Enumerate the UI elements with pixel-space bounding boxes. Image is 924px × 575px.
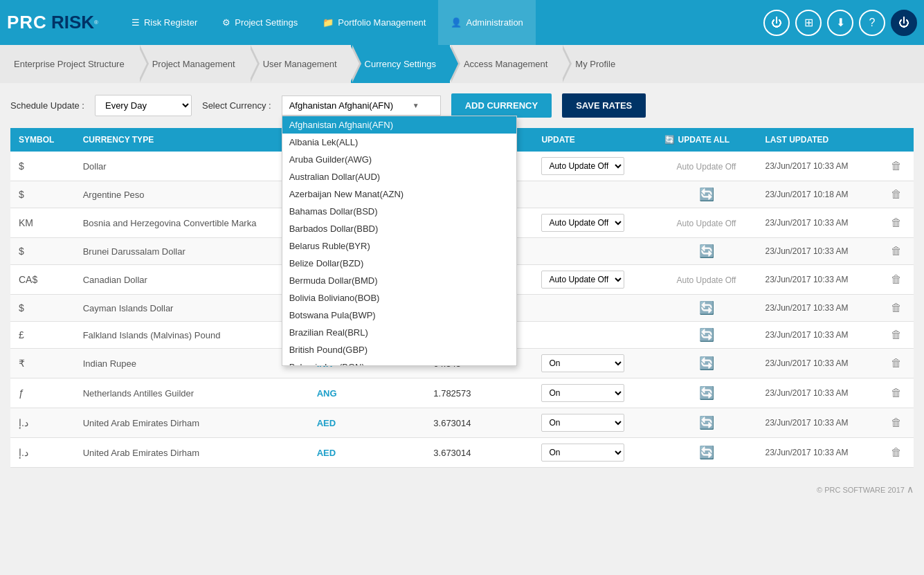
- cell-currency-type: Falkland Islands (Malvinas) Pound: [75, 322, 309, 349]
- cell-delete[interactable]: 🗑: [880, 378, 914, 408]
- currency-option-bsd[interactable]: Bahamas Dollar(BSD): [282, 203, 516, 220]
- cell-last-updated: 23/Jun/2017 10:33 AM: [757, 152, 880, 181]
- currency-option-all[interactable]: Albania Lek(ALL): [282, 134, 516, 151]
- delete-button[interactable]: 🗑: [891, 417, 902, 429]
- delete-button[interactable]: 🗑: [891, 245, 902, 257]
- add-currency-button[interactable]: ADD CURRENCY: [451, 93, 552, 118]
- cell-update[interactable]: [533, 295, 655, 322]
- col-update-all[interactable]: 🔄 UPDATE ALL: [656, 128, 757, 152]
- cell-delete[interactable]: 🗑: [880, 438, 914, 468]
- cell-update[interactable]: OnAuto Update Off: [533, 408, 655, 438]
- cell-delete[interactable]: 🗑: [880, 408, 914, 438]
- currency-option-bgn[interactable]: Bulgaria Lev(BGN): [282, 358, 516, 365]
- help-button[interactable]: ?: [859, 10, 885, 36]
- cell-update-all[interactable]: Auto Update Off: [656, 208, 757, 238]
- currency-option-azn[interactable]: Azerbaijan New Manat(AZN): [282, 185, 516, 203]
- download-button[interactable]: ⬇: [827, 10, 853, 36]
- cell-update[interactable]: [533, 238, 655, 265]
- update-select[interactable]: OnAuto Update Off: [541, 444, 624, 462]
- schedule-select[interactable]: Every Day Every Week Every Month Never: [95, 95, 192, 116]
- delete-button[interactable]: 🗑: [891, 160, 902, 172]
- currency-option-bwp[interactable]: Botswana Pula(BWP): [282, 307, 516, 324]
- currency-option-aud[interactable]: Australian Dollar(AUD): [282, 168, 516, 185]
- cell-update[interactable]: Auto Update OffOn: [533, 265, 655, 295]
- cell-update-all[interactable]: 🔄: [656, 408, 757, 438]
- delete-button[interactable]: 🗑: [891, 217, 902, 229]
- cell-update[interactable]: [533, 181, 655, 208]
- delete-button[interactable]: 🗑: [891, 357, 902, 369]
- nav-project-settings[interactable]: ⚙ Project Settings: [210, 0, 310, 45]
- update-select[interactable]: OnAuto Update Off: [541, 384, 624, 402]
- toggle-button[interactable]: ⏻: [763, 10, 790, 36]
- cell-delete[interactable]: 🗑: [880, 208, 914, 238]
- delete-button[interactable]: 🗑: [891, 188, 902, 201]
- cell-update[interactable]: Auto Update OffOn: [533, 152, 655, 181]
- currency-option-bzd[interactable]: Belize Dollar(BZD): [282, 255, 516, 272]
- refresh-button[interactable]: 🔄: [699, 327, 714, 343]
- refresh-button[interactable]: 🔄: [699, 244, 714, 259]
- cell-update[interactable]: OnAuto Update Off: [533, 438, 655, 468]
- update-select[interactable]: Auto Update OffOn: [541, 157, 624, 175]
- cell-update-all[interactable]: Auto Update Off: [656, 152, 757, 181]
- refresh-button[interactable]: 🔄: [699, 415, 714, 430]
- refresh-button[interactable]: 🔄: [699, 187, 714, 202]
- currency-option-bbd[interactable]: Barbados Dollar(BBD): [282, 220, 516, 237]
- refresh-button[interactable]: 🔄: [699, 385, 714, 401]
- currency-select-display[interactable]: Afghanistan Afghani(AFN) ▼: [282, 95, 441, 116]
- cell-update-all[interactable]: 🔄: [656, 238, 757, 265]
- cell-update[interactable]: [533, 322, 655, 349]
- cell-delete[interactable]: 🗑: [880, 265, 914, 295]
- cell-update-all[interactable]: 🔄: [656, 438, 757, 468]
- delete-button[interactable]: 🗑: [891, 446, 902, 459]
- power-button[interactable]: ⏻: [891, 10, 917, 36]
- nav-administration[interactable]: 👤 Administration: [438, 0, 535, 45]
- toolbar: Schedule Update : Every Day Every Week E…: [10, 93, 914, 118]
- update-select[interactable]: OnAuto Update Off: [541, 354, 624, 372]
- nav-portfolio-management[interactable]: 📁 Portfolio Management: [310, 0, 438, 45]
- tab-um[interactable]: User Management: [249, 45, 351, 83]
- tab-eps[interactable]: Enterprise Project Structure: [0, 45, 138, 83]
- refresh-button[interactable]: 🔄: [699, 445, 714, 460]
- cell-currency-type: Netherlands Antilles Guilder: [75, 378, 309, 408]
- save-rates-button[interactable]: SAVE RATES: [562, 93, 646, 118]
- currency-option-bob[interactable]: Bolivia Boliviano(BOB): [282, 289, 516, 307]
- cell-update[interactable]: OnAuto Update Off: [533, 378, 655, 408]
- currency-option-bmd[interactable]: Bermuda Dollar(BMD): [282, 272, 516, 289]
- nav-risk-register[interactable]: ☰ Risk Register: [119, 0, 210, 45]
- currency-option-byr[interactable]: Belarus Ruble(BYR): [282, 237, 516, 255]
- currency-option-gbp[interactable]: British Pound(GBP): [282, 341, 516, 358]
- delete-button[interactable]: 🗑: [891, 329, 902, 341]
- currency-option-afn[interactable]: Afghanistan Afghani(AFN): [282, 116, 516, 134]
- cell-update-all[interactable]: 🔄: [656, 181, 757, 208]
- cell-update[interactable]: Auto Update OffOn: [533, 208, 655, 238]
- delete-button[interactable]: 🗑: [891, 273, 902, 286]
- update-select[interactable]: OnAuto Update Off: [541, 414, 624, 432]
- tab-cs[interactable]: Currency Settings: [351, 45, 450, 83]
- tab-pm[interactable]: Project Management: [138, 45, 249, 83]
- update-select[interactable]: Auto Update OffOn: [541, 271, 624, 289]
- cell-update-all[interactable]: 🔄: [656, 378, 757, 408]
- currency-option-brl[interactable]: Brazilian Real(BRL): [282, 324, 516, 341]
- refresh-button[interactable]: 🔄: [699, 300, 714, 316]
- cell-update-all[interactable]: Auto Update Off: [656, 265, 757, 295]
- cell-delete[interactable]: 🗑: [880, 238, 914, 265]
- refresh-all-icon: 🔄: [664, 135, 675, 145]
- cell-update-all[interactable]: 🔄: [656, 349, 757, 378]
- cell-delete[interactable]: 🗑: [880, 152, 914, 181]
- update-select[interactable]: Auto Update OffOn: [541, 214, 624, 232]
- cell-delete[interactable]: 🗑: [880, 295, 914, 322]
- cell-delete[interactable]: 🗑: [880, 322, 914, 349]
- cell-update-all[interactable]: 🔄: [656, 322, 757, 349]
- currency-option-awg[interactable]: Aruba Guilder(AWG): [282, 151, 516, 168]
- cell-delete[interactable]: 🗑: [880, 181, 914, 208]
- delete-button[interactable]: 🗑: [891, 302, 902, 314]
- cell-update[interactable]: OnAuto Update Off: [533, 349, 655, 378]
- auto-update-off-label: Auto Update Off: [677, 219, 736, 228]
- grid-button[interactable]: ⊞: [795, 10, 822, 36]
- auto-update-off-label: Auto Update Off: [677, 275, 736, 285]
- cell-delete[interactable]: 🗑: [880, 349, 914, 378]
- refresh-button[interactable]: 🔄: [699, 356, 714, 371]
- tab-am[interactable]: Access Management: [450, 45, 561, 83]
- delete-button[interactable]: 🗑: [891, 387, 902, 399]
- cell-update-all[interactable]: 🔄: [656, 295, 757, 322]
